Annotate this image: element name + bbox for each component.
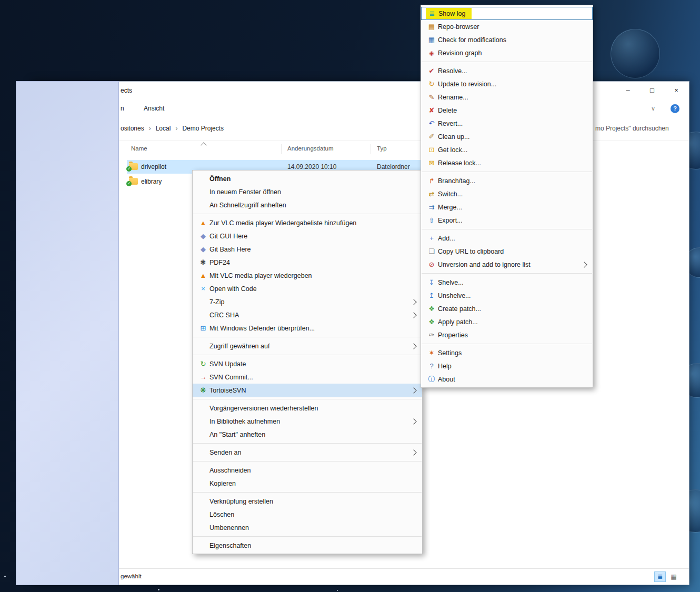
column-separator[interactable] xyxy=(371,144,371,154)
menu-item-label: Mit Windows Defender überprüfen... xyxy=(209,325,315,332)
column-header-type[interactable]: Typ xyxy=(377,145,387,152)
side-window-panel[interactable] xyxy=(16,81,119,585)
menu-item-check-for-modifications[interactable]: ▦Check for modifications xyxy=(421,33,593,46)
breadcrumb-item-demo-projects[interactable]: Demo Projects xyxy=(182,125,224,132)
menu-item-label: CRC SHA xyxy=(209,312,239,319)
menu-item-resolve[interactable]: ✔Resolve... xyxy=(421,64,593,77)
ribbon-tab-ansicht[interactable]: Ansicht xyxy=(144,105,164,112)
menu-item-label: An Schnellzugriff anheften xyxy=(209,202,286,209)
menu-item-mit-windows-defender-berpr-fen[interactable]: ⊞Mit Windows Defender überprüfen... xyxy=(193,322,422,335)
menu-item-add[interactable]: +Add... xyxy=(421,232,593,245)
switch-icon: ⇄ xyxy=(425,187,438,200)
menu-item-label: Git GUI Here xyxy=(209,233,247,240)
about-icon: ⓘ xyxy=(425,373,438,386)
breadcrumb-item-local[interactable]: Local xyxy=(156,125,171,132)
menu-item-about[interactable]: ⓘAbout xyxy=(421,373,593,386)
menu-item-label: Senden an xyxy=(209,449,241,456)
menu-item-shelve[interactable]: ↧Shelve... xyxy=(421,276,593,289)
menu-item-get-lock[interactable]: ⊡Get lock... xyxy=(421,143,593,156)
unshelve-icon: ↥ xyxy=(425,289,438,302)
menu-item-vorg-ngerversionen-wiederherstellen[interactable]: Vorgängerversionen wiederherstellen xyxy=(193,402,422,415)
menu-item-help[interactable]: ?Help xyxy=(421,359,593,373)
menu-item-label: Switch... xyxy=(438,190,463,198)
vscode-icon: × xyxy=(197,282,209,295)
search-input[interactable]: mo Projects" durchsuchen xyxy=(595,125,690,132)
menu-item-l-schen[interactable]: Löschen xyxy=(193,508,422,521)
menu-item-an-start-anheften[interactable]: An "Start" anheften xyxy=(193,428,422,441)
column-header-date[interactable]: Änderungsdatum xyxy=(287,145,334,152)
menu-item-in-neuem-fenster-ffnen[interactable]: In neuem Fenster öffnen xyxy=(193,185,422,198)
menu-item-crc-sha[interactable]: CRC SHA xyxy=(193,308,422,322)
file-name: drivepilot xyxy=(141,163,166,170)
git-gui-icon: ◆ xyxy=(197,229,209,243)
update-revision-icon: ↻ xyxy=(425,77,438,91)
menu-item-unversion-and-add-to-ignore-list[interactable]: ⊘Unversion and add to ignore list xyxy=(421,258,593,271)
icons-view-button[interactable]: ▦ xyxy=(668,571,679,582)
menu-item-label: About xyxy=(438,376,455,383)
menu-item-delete[interactable]: ✘Delete xyxy=(421,104,593,117)
clean-up-icon: ✐ xyxy=(425,130,438,143)
menu-item-kopieren[interactable]: Kopieren xyxy=(193,477,422,490)
column-separator[interactable] xyxy=(281,144,282,154)
menu-item-label: Git Bash Here xyxy=(209,246,251,253)
menu-item-an-schnellzugriff-anheften[interactable]: An Schnellzugriff anheften xyxy=(193,198,422,212)
menu-item-ausschneiden[interactable]: Ausschneiden xyxy=(193,464,422,477)
menu-item-unshelve[interactable]: ↥Unshelve... xyxy=(421,289,593,302)
menu-item-settings[interactable]: ✶Settings xyxy=(421,346,593,359)
tortoisesvn-icon: ❋ xyxy=(197,384,209,397)
menu-item-clean-up[interactable]: ✐Clean up... xyxy=(421,130,593,143)
menu-item-svn-update[interactable]: ↻SVN Update xyxy=(193,357,422,370)
close-button[interactable]: × xyxy=(664,82,688,99)
status-bar: gewählt ≣ ▦ xyxy=(32,568,689,585)
ribbon-collapse-chevron-icon[interactable]: ∨ xyxy=(651,105,655,112)
help-button[interactable]: ? xyxy=(671,104,679,113)
menu-item-label: SVN Update xyxy=(209,360,246,368)
menu-item-properties[interactable]: ✑Properties xyxy=(421,328,593,342)
menu-item-export[interactable]: ⇧Export... xyxy=(421,214,593,227)
menu-item-git-bash-here[interactable]: ◆Git Bash Here xyxy=(193,243,422,256)
menu-item-senden-an[interactable]: Senden an xyxy=(193,446,422,459)
menu-item-label: In neuem Fenster öffnen xyxy=(209,188,281,196)
details-view-button[interactable]: ≣ xyxy=(654,571,666,582)
menu-item-pdf24[interactable]: ✱PDF24 xyxy=(193,256,422,269)
menu-item-open-with-code[interactable]: ×Open with Code xyxy=(193,282,422,295)
menu-item-ffnen[interactable]: Öffnen xyxy=(193,172,422,185)
menu-item-7-zip[interactable]: 7-Zip xyxy=(193,295,422,308)
minimize-button[interactable]: – xyxy=(616,82,640,99)
menu-item-merge[interactable]: ⇉Merge... xyxy=(421,200,593,214)
ribbon-tab-truncated[interactable]: n xyxy=(121,105,124,112)
menu-item-label: Properties xyxy=(438,332,468,339)
menu-item-verkn-pfung-erstellen[interactable]: Verknüpfung erstellen xyxy=(193,495,422,508)
column-header-name[interactable]: Name xyxy=(131,145,147,152)
menu-item-eigenschaften[interactable]: Eigenschaften xyxy=(193,539,422,552)
branch-tag-icon: ↱ xyxy=(425,174,438,187)
menu-item-zugriff-gew-hren-auf[interactable]: Zugriff gewähren auf xyxy=(193,339,422,353)
menu-item-apply-patch[interactable]: ❖Apply patch... xyxy=(421,315,593,328)
menu-item-copy-url-to-clipboard[interactable]: ❏Copy URL to clipboard xyxy=(421,245,593,258)
menu-item-create-patch[interactable]: ❖Create patch... xyxy=(421,302,593,315)
menu-item-label: SVN Commit... xyxy=(209,374,253,381)
menu-item-tortoisesvn[interactable]: ❋TortoiseSVN xyxy=(193,384,422,397)
menu-item-switch[interactable]: ⇄Switch... xyxy=(421,187,593,200)
menu-item-rename[interactable]: ✎Rename... xyxy=(421,91,593,104)
menu-item-git-gui-here[interactable]: ◆Git GUI Here xyxy=(193,229,422,243)
menu-item-svn-commit[interactable]: →SVN Commit... xyxy=(193,370,422,384)
versioned-folder-icon: ✓ xyxy=(129,163,138,170)
maximize-button[interactable]: □ xyxy=(640,82,664,99)
menu-item-in-bibliothek-aufnehmen[interactable]: In Bibliothek aufnehmen xyxy=(193,415,422,428)
menu-item-branch-tag[interactable]: ↱Branch/tag... xyxy=(421,174,593,187)
menu-item-revision-graph[interactable]: ◈Revision graph xyxy=(421,46,593,59)
menu-item-show-log[interactable]: ≣Show log xyxy=(421,7,593,20)
menu-item-label: An "Start" anheften xyxy=(209,431,265,438)
menu-item-label: Unversion and add to ignore list xyxy=(438,261,531,268)
sparkle-decoration xyxy=(4,576,6,577)
menu-item-revert[interactable]: ↶Revert... xyxy=(421,117,593,130)
menu-item-mit-vlc-media-player-wiedergeben[interactable]: ▲Mit VLC media player wiedergeben xyxy=(193,269,422,282)
menu-item-umbenennen[interactable]: Umbenennen xyxy=(193,521,422,534)
breadcrumb-item-repositories[interactable]: ositories xyxy=(121,125,144,132)
menu-item-release-lock[interactable]: ⊠Release lock... xyxy=(421,156,593,169)
menu-item-zur-vlc-media-player-wiedergabeliste-hinzuf-gen[interactable]: ▲Zur VLC media player Wiedergabeliste hi… xyxy=(193,216,422,229)
menu-item-update-to-revision[interactable]: ↻Update to revision... xyxy=(421,77,593,91)
shelve-icon: ↧ xyxy=(425,276,438,289)
menu-item-repo-browser[interactable]: ▤Repo-browser xyxy=(421,20,593,33)
